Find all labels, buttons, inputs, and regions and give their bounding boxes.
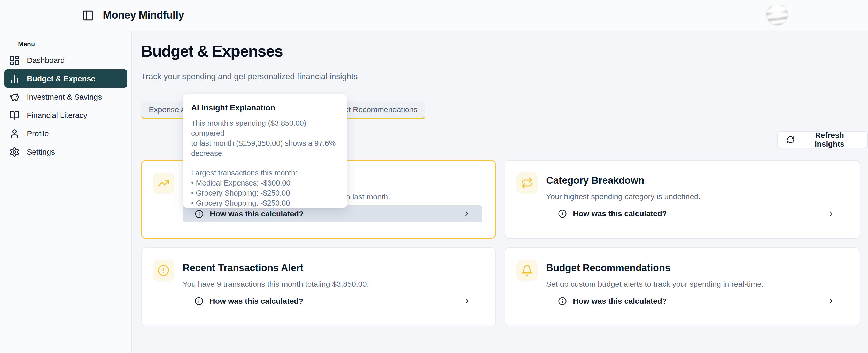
tooltip-summary: This month's spending ($3,850.00) compar… [191,118,339,158]
sidebar-item-budget-expense[interactable]: Budget & Expense [4,69,127,88]
user-icon [9,129,20,139]
sidebar-item-dashboard[interactable]: Dashboard [4,51,127,69]
sidebar-item-label: Investment & Savings [27,93,102,101]
sidebar-item-label: Dashboard [27,56,65,65]
sidebar-item-settings[interactable]: Settings [4,143,127,161]
ai-insight-tooltip: AI Insight Explanation This month's spen… [183,94,347,208]
trending-up-icon [158,177,170,189]
how-calculated-label: How was this calculated? [573,209,667,218]
how-calculated-button[interactable]: How was this calculated? [546,205,847,222]
app-title: Money Mindfully [103,9,184,21]
card-icon-badge [153,260,174,281]
card-icon-badge [153,173,175,194]
tooltip-transactions: Largest transactions this month: • Medic… [191,168,339,208]
panel-left-icon [82,9,94,22]
how-calculated-label: How was this calculated? [210,210,304,218]
refresh-icon [786,135,795,144]
piggy-bank-icon [9,92,20,102]
sidebar-item-label: Budget & Expense [27,74,95,83]
how-calculated-button[interactable]: How was this calculated? [183,293,483,310]
card-category-breakdown: Category Breakdown Your highest spending… [504,160,860,239]
dashboard-icon [9,55,20,66]
card-recent-transactions-alert: Recent Transactions Alert You have 9 tra… [141,247,496,326]
info-icon [194,297,203,306]
sidebar-nav: Dashboard Budget & Expense Investment & … [0,51,132,161]
card-icon-badge [517,260,537,281]
alert-circle-icon [158,264,169,276]
card-icon-badge [517,172,537,193]
info-icon [195,210,204,218]
info-icon [558,297,567,306]
refresh-insights-button[interactable]: Refresh Insights [777,131,868,148]
card-description: Your highest spending category is undefi… [546,192,847,201]
bar-chart-icon [9,74,20,84]
refresh-insights-label: Refresh Insights [801,131,859,148]
book-open-icon [9,110,20,120]
sidebar-item-investment-savings[interactable]: Investment & Savings [4,88,127,106]
sidebar-item-profile[interactable]: Profile [4,125,127,143]
user-avatar[interactable] [766,4,788,25]
sidebar-menu-label: Menu [18,40,35,48]
sidebar-item-label: Financial Literacy [27,111,87,120]
how-calculated-label: How was this calculated? [210,297,303,306]
sidebar-item-label: Settings [27,148,55,156]
how-calculated-button[interactable]: How was this calculated? [546,293,847,310]
card-budget-recommendations: Budget Recommendations Set up custom bud… [504,247,860,326]
bell-icon [521,264,533,276]
card-description: You have 9 transactions this month total… [183,280,483,288]
card-title: Category Breakdown [546,175,847,186]
gear-icon [9,147,20,157]
sidebar-item-financial-literacy[interactable]: Financial Literacy [4,106,127,125]
page-subtitle: Track your spending and get personalized… [141,72,358,81]
sidebar-toggle-button[interactable] [82,9,94,22]
card-title: Budget Recommendations [546,262,847,274]
page-title: Budget & Expenses [141,42,283,60]
repeat-icon [521,177,533,189]
chevron-right-icon [463,210,470,218]
info-icon [558,209,567,218]
chevron-right-icon [463,297,471,305]
card-title: Recent Transactions Alert [183,262,483,274]
sidebar: Menu Dashboard Budget & Expense Investme… [0,31,132,353]
app-header: Money Mindfully [0,0,868,31]
chevron-right-icon [827,297,835,305]
how-calculated-label: How was this calculated? [573,297,667,306]
sidebar-item-label: Profile [27,129,49,138]
card-description: Set up custom budget alerts to track you… [546,280,847,288]
tooltip-title: AI Insight Explanation [191,103,339,112]
chevron-right-icon [827,210,835,217]
